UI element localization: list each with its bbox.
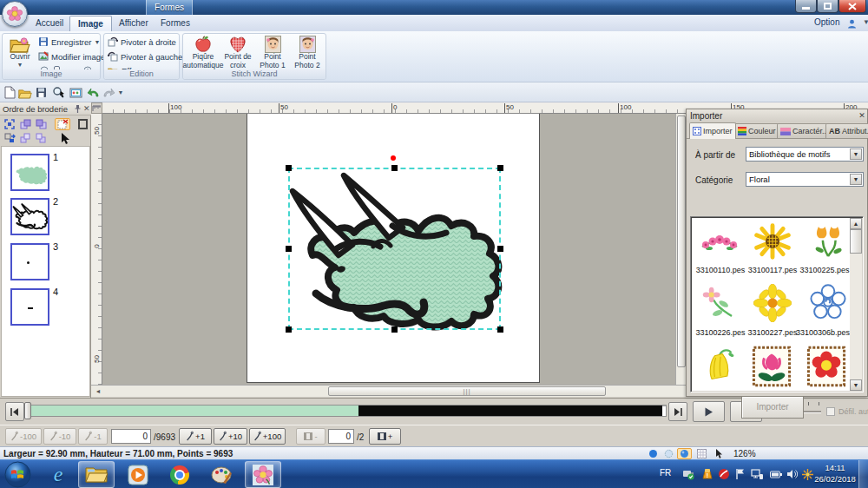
reorder-tool[interactable] [3,132,16,144]
frame-minus-button[interactable]: - [296,428,326,445]
design-canvas[interactable] [102,114,675,385]
option-caret-icon[interactable]: ▼ [863,18,868,26]
motif-list-scrollbar[interactable]: ▲ ▼ [850,218,862,391]
rotate-left-button[interactable]: Pivoter à gauche [108,51,182,62]
select-all-tool[interactable] [3,118,16,130]
usb-device-icon[interactable] [681,467,695,481]
rotate-right-button[interactable]: Pivoter à droite [108,36,176,47]
selection-box[interactable] [288,168,501,330]
category-dropdown[interactable]: Floral ▼ [746,172,864,187]
network-tray-icon[interactable] [750,467,764,481]
view-realistic-button[interactable] [677,448,692,459]
save-image-button[interactable]: Enregistrer▼ [38,36,100,47]
battery-tray-icon[interactable] [769,467,783,481]
vertical-scrollbar[interactable] [675,114,686,385]
contextual-tab-group[interactable]: Formes [146,0,193,15]
motif-list[interactable]: 33100110.pes 33100117.pes 33100225.pes 3… [690,216,864,392]
volume-tray-icon[interactable] [785,467,799,481]
selection-handle-nw[interactable] [286,165,292,171]
tab-accueil[interactable]: Accueil [28,16,71,31]
import-button[interactable]: Importer [741,396,804,419]
auto-punch-button[interactable]: Piqûre automatique [185,36,221,70]
category-dropdown-arrow-icon[interactable]: ▼ [850,174,862,185]
hide-frame-tool-active[interactable] [55,118,70,130]
selection-handle-s[interactable] [391,326,398,333]
hoop-view-tool[interactable] [76,118,89,130]
from-dropdown[interactable]: Bibliothèque de motifs ▼ [746,147,864,162]
start-button[interactable] [4,461,31,488]
stitch-progress-bar[interactable] [27,405,667,417]
autoscroll-checkbox[interactable] [826,407,835,416]
order-item-1[interactable] [10,154,49,191]
horizontal-scrollbar[interactable]: ◄ ||| [91,385,686,397]
horizontal-scrollbar-thumb[interactable]: ||| [328,386,606,396]
option-menu[interactable]: Option [814,17,839,27]
modify-image-button[interactable]: Modifier image [38,51,105,62]
motif-thumbnail[interactable] [698,281,741,326]
motif-thumbnail[interactable] [802,280,854,326]
view-solid-button[interactable] [646,448,661,459]
play-button[interactable] [693,401,725,422]
motif-thumbnail[interactable] [748,280,797,326]
motif-thumbnail[interactable] [748,221,797,262]
motif-filename[interactable]: 33100225.pes [798,266,852,274]
design-settings-button[interactable] [68,85,83,100]
scroll-down-icon[interactable]: ▼ [850,379,862,391]
tab-caracteristiques[interactable]: Caractér... [777,123,832,138]
rotation-marker[interactable] [391,155,396,161]
taskbar-paint-button[interactable] [203,461,240,488]
tab-image[interactable]: Image [69,16,112,31]
pin-icon[interactable] [74,105,82,113]
taskbar-explorer-button[interactable] [78,461,115,488]
order-item-3[interactable] [10,243,49,280]
frame-plus-button[interactable]: + [369,428,401,445]
warning-tray-icon[interactable]: ! [700,467,714,481]
selection-handle-se[interactable] [497,326,503,333]
taskbar-pe-design-button[interactable] [245,461,281,488]
minimize-button[interactable] [795,0,817,13]
motif-filename[interactable]: 33100227.pes [746,328,799,337]
stitch-plus-100-button[interactable]: +100 [249,428,286,445]
maximize-button[interactable] [817,0,838,13]
flag-tray-icon[interactable] [733,467,747,481]
open-button[interactable] [17,85,33,100]
order-item-2[interactable] [10,198,49,235]
progress-handle[interactable] [24,402,31,419]
tab-couleur[interactable]: Couleur [734,123,779,138]
open-image-button[interactable]: Ouvrir ▼ [4,36,36,69]
stitch-minus-1-button[interactable]: -1 [78,428,108,445]
selection-handle-n[interactable] [391,165,398,171]
selection-handle-sw[interactable] [286,326,292,333]
group-forward-tool[interactable] [18,118,32,130]
stack-down-tool[interactable] [34,132,48,144]
group-backward-tool[interactable] [34,118,48,130]
import-panel-close-icon[interactable]: ✕ [857,110,867,121]
stack-up-tool[interactable] [18,132,32,144]
tab-importer[interactable]: Importer [689,122,736,139]
app-menu-button[interactable] [2,1,28,27]
taskbar-ie-button[interactable]: e [40,461,76,488]
from-dropdown-arrow-icon[interactable]: ▼ [850,148,862,160]
close-button[interactable] [838,0,866,13]
zoom-tool-button[interactable] [50,85,66,100]
go-to-start-button[interactable] [5,402,24,421]
selection-handle-w[interactable] [286,246,292,252]
motif-filename[interactable]: 33100110.pes [694,266,747,274]
selection-handle-ne[interactable] [497,165,503,171]
stitch-plus-1-button[interactable]: +1 [179,428,212,445]
motif-thumbnail[interactable] [802,221,854,262]
tab-attributs[interactable]: AB Attribut... [825,123,868,138]
redo-button[interactable] [101,85,116,100]
motif-filename[interactable]: 33100226.pes [694,328,747,337]
motif-thumbnail[interactable] [800,342,852,391]
motif-thumbnail[interactable] [698,224,741,260]
pan-tool-button[interactable] [712,448,727,459]
motif-filename[interactable]: 33100306b.pes [796,328,850,337]
motif-filename[interactable]: 33100117.pes [746,266,799,274]
language-indicator[interactable]: FR [660,468,671,478]
save-button[interactable] [33,85,49,100]
motif-thumbnail[interactable] [698,344,741,389]
taskbar-chrome-button[interactable] [161,461,198,488]
stitch-plus-10-button[interactable]: +10 [214,428,247,445]
go-to-end-button[interactable] [668,402,687,421]
